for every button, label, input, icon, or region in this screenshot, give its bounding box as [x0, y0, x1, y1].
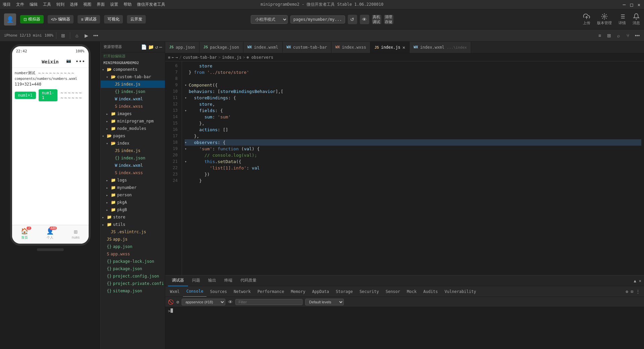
folder-arrow-store[interactable]: ▸ [102, 215, 107, 219]
notify-button[interactable]: 消息 [633, 13, 640, 26]
bottom-tab-终端[interactable]: 终端 [220, 276, 236, 286]
collapse-icon[interactable]: ⋯ [159, 44, 162, 50]
tree-item-index-folder[interactable]: ▾📂index [101, 140, 165, 147]
tab-index-wxss-tab[interactable]: WXindex.wxss [331, 42, 371, 53]
editor-button[interactable]: </> 编辑器 [48, 15, 74, 23]
phone-tab-nums[interactable]: ⊞ nums [72, 228, 80, 239]
branch-button[interactable]: ⑂ [624, 32, 632, 40]
devtools-tab-sensor[interactable]: Sensor [382, 286, 403, 297]
folder-arrow-logs[interactable]: ▸ [106, 179, 111, 182]
fold-arrow-11[interactable]: ▾ [185, 95, 189, 101]
tree-item-app-wxss[interactable]: Sapp.wxss [101, 250, 165, 258]
tree-item-miniprogram_npm[interactable]: ▸📁miniprogram_npm [101, 117, 165, 125]
minimize-button[interactable]: ─ [622, 2, 627, 7]
refresh-button[interactable]: ↺ [348, 15, 357, 24]
tree-item-index-wxss[interactable]: Sindex.wxss [101, 103, 165, 110]
bottom-tab-调试器[interactable]: 调试器 [168, 276, 188, 286]
menu-item-select[interactable]: 选择 [70, 2, 78, 7]
devtools-tab-appdata[interactable]: AppData [309, 286, 332, 297]
debug-button[interactable]: ≡ 调试器 [78, 15, 100, 23]
new-folder-icon[interactable]: 📁 [148, 44, 154, 50]
menu-item-file[interactable]: 文件 [16, 2, 24, 7]
tree-item-custom-tab-bar[interactable]: ▾📂custom-tab-bar [101, 73, 165, 81]
tree-item-pages-index-js[interactable]: JSindex.js [101, 147, 165, 154]
devtools-tab-wxml[interactable]: Wxml [167, 286, 183, 297]
menu-item-settings[interactable]: 设置 [110, 2, 118, 7]
console-area[interactable]: > [165, 307, 644, 349]
search-button[interactable]: ⌕ [614, 32, 623, 40]
tree-item-pages-index-wxml[interactable]: Windex.wxml [101, 162, 165, 169]
context-select[interactable]: appservice (#18) [182, 299, 225, 305]
tree-item-sitemap[interactable]: {}sitemap.json [101, 287, 165, 295]
tree-item-mynumber[interactable]: ▸📁mynumber [101, 184, 165, 191]
menu-item-ui[interactable]: 界面 [97, 2, 105, 7]
menu-item-goto[interactable]: 转到 [56, 2, 64, 7]
tree-item-store[interactable]: ▸📁store [101, 213, 165, 221]
map-view-button[interactable]: ⊞ [59, 32, 67, 40]
open-editor-btn[interactable]: 打开始编辑器 [101, 52, 165, 60]
tab-app-json[interactable]: JSapp.json [165, 42, 199, 53]
tree-item-pkgB[interactable]: ▸📁pkgB [101, 206, 165, 213]
close-panel-icon[interactable]: ✕ [639, 279, 641, 283]
devtools-tab-console[interactable]: Console [183, 286, 207, 297]
tree-item-index-js[interactable]: JSindex.js [101, 81, 165, 88]
tree-item-person[interactable]: ▸📁person [101, 191, 165, 199]
folder-arrow-components[interactable]: ▾ [102, 68, 107, 71]
devtools-tab-network[interactable]: Network [230, 286, 254, 297]
tree-item-package-lock[interactable]: {}package-lock.json [101, 258, 165, 265]
simulator-button[interactable]: ⊡ 模拟器 [20, 15, 44, 23]
folder-arrow-mynumber[interactable]: ▸ [106, 186, 111, 190]
expand-icon[interactable]: ▲ [634, 279, 636, 283]
stop-icon[interactable]: 🚫 [168, 299, 174, 305]
phone-btn1[interactable]: num1+1 [15, 92, 36, 99]
folder-arrow-pkgA[interactable]: ▸ [106, 201, 111, 204]
tab-index-js-tab[interactable]: JSindex.js✕ [370, 42, 409, 53]
folder-arrow-utils[interactable]: ▸ [102, 223, 107, 227]
tree-item-app-json[interactable]: {}app.json [101, 243, 165, 250]
tree-item-eslintrc[interactable]: JS.eslintrc.js [101, 228, 165, 236]
folder-arrow-person[interactable]: ▸ [106, 193, 111, 197]
devtools-tab-memory[interactable]: Memory [287, 286, 309, 297]
folder-arrow-index-folder[interactable]: ▾ [106, 142, 111, 145]
more2-button[interactable]: ••• [633, 32, 641, 40]
play-button[interactable]: ▶ [82, 32, 90, 40]
phone-tab-person[interactable]: 👤 440 个人 [46, 228, 54, 240]
devtools-tab-audits[interactable]: Audits [420, 286, 441, 297]
menu-item-edit[interactable]: 编辑 [30, 2, 38, 7]
nav-back[interactable]: ← [172, 55, 174, 60]
phone-tab-home[interactable]: 🏠 2 首页 [20, 228, 29, 240]
preview-icon-button[interactable]: 👁 [360, 15, 369, 24]
tab-index-wxml-tab[interactable]: WXindex.wxml [243, 42, 283, 53]
folder-arrow-pkgB[interactable]: ▸ [106, 208, 111, 212]
code-content[interactable]: store } from '../store/store' ▾Component… [182, 61, 644, 275]
cloud-button[interactable]: 云开发 [127, 15, 146, 23]
phone-nav-more[interactable]: ••• [76, 58, 85, 65]
tree-item-pages-index-wxss[interactable]: Sindex.wxss [101, 169, 165, 177]
filter-input[interactable] [235, 299, 303, 305]
detail-button[interactable]: 详情 [618, 13, 626, 26]
tree-item-pages[interactable]: ▾📂pages [101, 132, 165, 140]
folder-arrow-pages[interactable]: ▾ [102, 134, 107, 138]
menu-item-tools[interactable]: 工具 [43, 2, 51, 7]
tree-item-logs[interactable]: ▸📁logs [101, 177, 165, 184]
bottom-tab-问题[interactable]: 问题 [188, 276, 204, 286]
menu-item-help[interactable]: 帮助 [124, 2, 132, 7]
devtools-tab-sources[interactable]: Sources [206, 286, 230, 297]
version-button[interactable]: 版本管理 [597, 13, 612, 26]
tree-item-pages-index-json[interactable]: {}index.json [101, 154, 165, 162]
levels-select[interactable]: Default levels [305, 299, 344, 305]
fold-arrow-9[interactable]: ▾ [185, 82, 189, 88]
mode-select[interactable]: 小程序模式 [251, 15, 288, 24]
folder-arrow-node_modules[interactable]: ▸ [106, 127, 111, 131]
more-devtools-icon[interactable]: ⋮ [636, 289, 640, 294]
devtools-tab-mock[interactable]: Mock [404, 286, 420, 297]
tree-item-index-wxml[interactable]: Windex.wxml [101, 95, 165, 103]
tree-item-utils[interactable]: ▸📁utils [101, 221, 165, 228]
bottom-tab-代码质量[interactable]: 代码质量 [236, 276, 261, 286]
real-machine-button[interactable]: 真机调试 [372, 15, 381, 24]
upload-button[interactable]: 上传 [583, 13, 590, 26]
tab-index-wxml-tab2[interactable]: WXindex.wxml ...\index [410, 42, 471, 53]
eye-icon[interactable]: 👁 [228, 299, 233, 305]
close-button[interactable]: ✕ [637, 2, 641, 7]
clear-icon[interactable]: ⊘ [176, 299, 179, 305]
